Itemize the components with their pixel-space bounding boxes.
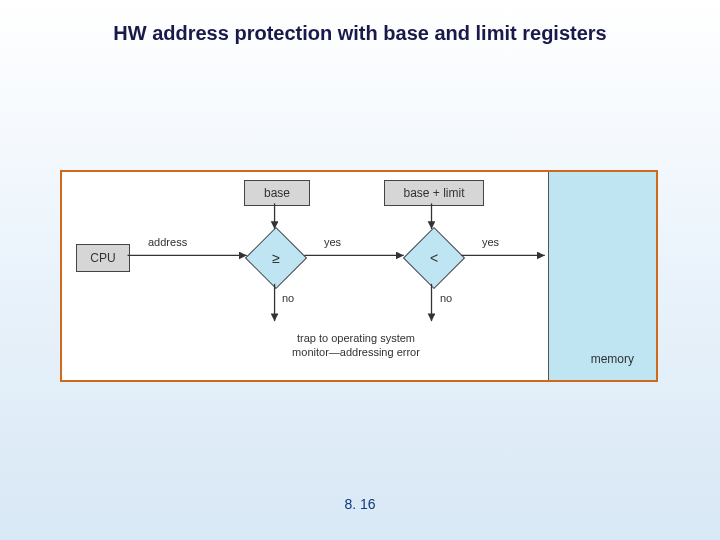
no-label-2: no (440, 292, 452, 304)
base-register-box: base (244, 180, 310, 206)
yes-label-1: yes (324, 236, 341, 248)
cpu-box: CPU (76, 244, 130, 272)
limit-register-box: base + limit (384, 180, 484, 206)
memory-block (548, 172, 656, 380)
trap-text: trap to operating system monitor—address… (256, 332, 456, 360)
no-label-1: no (282, 292, 294, 304)
diagram-frame: memory CPU base base + limit ≥ < address… (60, 170, 658, 382)
page-number: 8. 16 (0, 496, 720, 512)
comparator-lt: < (404, 228, 464, 288)
trap-line1: trap to operating system (297, 332, 415, 344)
comparator-ge: ≥ (246, 228, 306, 288)
comparator-ge-text: ≥ (272, 250, 280, 266)
comparator-lt-text: < (430, 250, 438, 266)
yes-label-2: yes (482, 236, 499, 248)
page-title: HW address protection with base and limi… (0, 22, 720, 45)
address-label: address (148, 236, 187, 248)
memory-label: memory (591, 352, 634, 366)
trap-line2: monitor—addressing error (292, 346, 420, 358)
